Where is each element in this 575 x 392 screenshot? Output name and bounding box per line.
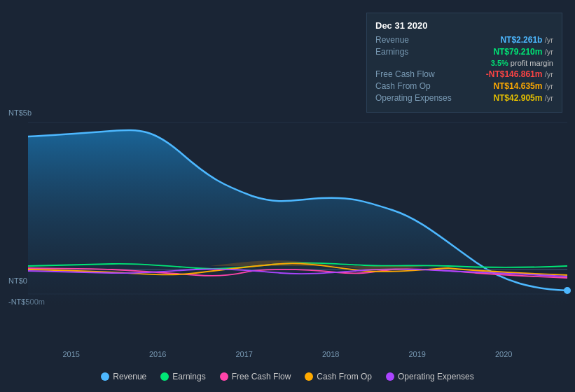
- tooltip-value-revenue: NT$2.261b /yr: [500, 35, 553, 45]
- tooltip-row-earnings: Earnings NT$79.210m /yr: [375, 47, 553, 57]
- legend-fcf[interactable]: Free Cash Flow: [220, 372, 291, 382]
- tooltip-row-margin: 3.5% profit margin: [375, 59, 553, 67]
- x-label-2017: 2017: [236, 350, 253, 358]
- data-tooltip: Dec 31 2020 Revenue NT$2.261b /yr Earnin…: [366, 13, 562, 113]
- tooltip-value-margin: 3.5% profit margin: [491, 59, 553, 67]
- legend-dot-revenue: [101, 372, 109, 381]
- legend-revenue[interactable]: Revenue: [101, 372, 146, 382]
- tooltip-row-opex: Operating Expenses NT$42.905m /yr: [375, 93, 553, 103]
- x-label-2020: 2020: [495, 350, 512, 358]
- chart-legend: Revenue Earnings Free Cash Flow Cash Fro…: [0, 372, 575, 382]
- tooltip-label-revenue: Revenue: [375, 35, 459, 45]
- x-label-2016: 2016: [149, 350, 166, 358]
- tooltip-value-cashop: NT$14.635m /yr: [493, 81, 553, 91]
- legend-earnings[interactable]: Earnings: [160, 372, 205, 382]
- legend-label-earnings: Earnings: [172, 372, 205, 382]
- legend-dot-fcf: [220, 372, 228, 381]
- legend-opex[interactable]: Operating Expenses: [386, 372, 474, 382]
- tooltip-date: Dec 31 2020: [375, 20, 553, 31]
- chart-svg: [0, 115, 575, 326]
- legend-dot-opex: [386, 372, 394, 381]
- tooltip-label-opex: Operating Expenses: [375, 93, 459, 103]
- tooltip-value-opex: NT$42.905m /yr: [493, 93, 553, 103]
- x-label-2019: 2019: [409, 350, 426, 358]
- tooltip-row-revenue: Revenue NT$2.261b /yr: [375, 35, 553, 45]
- tooltip-value-fcf: -NT$146.861m /yr: [486, 69, 553, 79]
- revenue-area: [28, 130, 567, 304]
- x-label-2015: 2015: [63, 350, 80, 358]
- tooltip-label-fcf: Free Cash Flow: [375, 69, 459, 79]
- legend-label-cashop: Cash From Op: [317, 372, 372, 382]
- revenue-dot: [564, 287, 571, 294]
- legend-cashop[interactable]: Cash From Op: [305, 372, 372, 382]
- legend-dot-earnings: [160, 372, 169, 381]
- tooltip-label-cashop: Cash From Op: [375, 81, 459, 91]
- legend-label-opex: Operating Expenses: [398, 372, 474, 382]
- x-axis: 2015 2016 2017 2018 2019 2020: [0, 350, 575, 358]
- legend-dot-cashop: [305, 372, 313, 381]
- tooltip-row-cashop: Cash From Op NT$14.635m /yr: [375, 81, 553, 91]
- tooltip-value-earnings: NT$79.210m /yr: [493, 47, 553, 57]
- x-label-2018: 2018: [322, 350, 339, 358]
- tooltip-row-fcf: Free Cash Flow -NT$146.861m /yr: [375, 69, 553, 79]
- legend-label-fcf: Free Cash Flow: [232, 372, 291, 382]
- legend-label-revenue: Revenue: [113, 372, 146, 382]
- tooltip-label-earnings: Earnings: [375, 47, 459, 57]
